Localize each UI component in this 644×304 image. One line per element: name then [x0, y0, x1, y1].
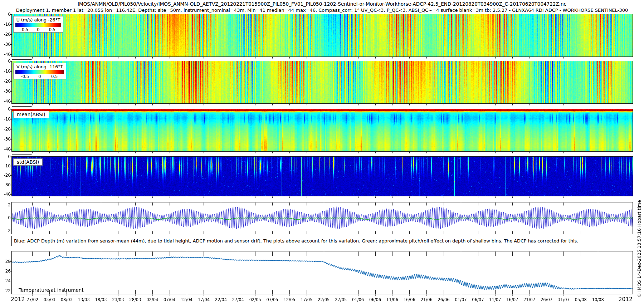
x-date-label: 06/06	[367, 297, 383, 302]
y-tick-label: -10	[0, 69, 11, 74]
y-tick-label: -30	[0, 182, 11, 187]
temperature-line-canvas	[12, 251, 633, 294]
panel-v-velocity-heatmap	[11, 61, 633, 104]
y-tick-label: -10	[0, 22, 11, 27]
y-tick-label: -30	[0, 89, 11, 94]
u-colorbar-title: U (m/s) along -26°T	[15, 17, 62, 23]
panel-temperature-line	[11, 251, 633, 294]
x-date-label: 18/03	[93, 297, 109, 302]
y-tick-label: 2	[0, 202, 11, 207]
y-tick-label: -20	[0, 79, 11, 84]
panel-std-absi-heatmap	[11, 156, 633, 196]
x-date-label: 07/05	[264, 297, 280, 302]
colorbar-tick-label: -0.5	[20, 27, 28, 32]
y-tick-label: -30	[0, 137, 11, 142]
x-date-label: 01/07	[453, 297, 469, 302]
y-tick-label: 0	[0, 12, 11, 17]
x-date-label: 31/07	[556, 297, 571, 302]
x-date-label: 16/07	[504, 297, 520, 302]
colorbar-tick-label: 0.5	[51, 74, 58, 79]
x-date-label: 07/04	[162, 297, 177, 302]
colorbar-tick-label: 0	[37, 27, 39, 32]
figure-subtitle: Deployment 1, member 1 lat=20.05S lon=11…	[0, 8, 644, 13]
y-tick-label: 0	[0, 59, 11, 64]
x-date-label: 12/05	[282, 297, 297, 302]
y-tick-label: -30	[0, 42, 11, 47]
y-tick-label: 28	[0, 259, 11, 264]
u-velocity-heatmap-canvas	[12, 14, 633, 57]
y-tick-label: 0	[0, 154, 11, 159]
x-date-label: 16/06	[401, 297, 417, 302]
x-date-label: 05/08	[573, 297, 589, 302]
figure-title: IMOS/ANMN/QLD/PIL050/Velocity/IMOS_ANMN-…	[0, 1, 644, 7]
imos-watermark: © IMOS 14-Dec-2025 13:57:16 Hobart time	[636, 176, 642, 298]
y-tick-label: 0	[0, 107, 11, 112]
y-tick-label: 0	[0, 215, 11, 220]
x-date-label: 28/03	[127, 297, 143, 302]
y-tick-label: -10	[0, 163, 11, 168]
std-absi-heatmap-canvas	[12, 157, 633, 196]
x-date-label: 27/02	[24, 297, 40, 302]
x-date-label: 22/04	[213, 297, 229, 302]
v-colorbar-title: V (m/s) along -116°T	[15, 64, 65, 69]
x-date-label: 17/04	[196, 297, 211, 302]
std-absi-label: std(ABSI)	[13, 158, 43, 166]
colorbar-tick-label: 0.5	[49, 27, 55, 32]
y-tick-label: 24	[0, 278, 11, 283]
x-date-label: 22/05	[316, 297, 332, 302]
x-axis-year-left: 2012	[11, 296, 25, 303]
y-tick-label: -40	[0, 52, 11, 57]
x-date-label: 26/07	[539, 297, 555, 302]
x-date-label: 01/06	[350, 297, 366, 302]
depth-variation-line-canvas	[12, 202, 633, 234]
u-colorbar-ticks: -0.500.5	[15, 27, 62, 32]
x-date-label: 06/07	[470, 297, 486, 302]
u-colorbar-legend: U (m/s) along -26°T -0.500.5	[13, 16, 63, 33]
y-tick-label: -20	[0, 127, 11, 132]
x-date-label: 12/04	[179, 297, 195, 302]
v-colorbar-ticks: -0.500.5	[15, 74, 65, 79]
x-date-label: 11/07	[487, 297, 503, 302]
panel-u-velocity-heatmap	[11, 14, 633, 57]
y-tick-label: -40	[0, 147, 11, 152]
x-date-label: 08/03	[59, 297, 74, 302]
x-date-label: 21/06	[419, 297, 434, 302]
temperature-at-instrument-label: Temperature at instrument	[19, 287, 84, 293]
y-tick-label: -20	[0, 32, 11, 37]
colorbar-tick-label: 0	[38, 74, 41, 79]
panel-depth-variation-line	[11, 202, 633, 234]
x-date-label: 10/08	[590, 297, 606, 302]
depth-variation-annotation: Blue: ADCP Depth (m) variation from sens…	[11, 236, 632, 246]
mean-absi-label: mean(ABSI)	[13, 111, 49, 118]
x-date-label: 17/05	[299, 297, 314, 302]
x-axis-year-right: 2012	[616, 296, 633, 303]
x-date-label: 27/04	[230, 297, 246, 302]
adcp-mooring-figure: IMOS/ANMN/QLD/PIL050/Velocity/IMOS_ANMN-…	[0, 0, 644, 304]
v-colorbar-gradient	[15, 70, 64, 74]
mean-absi-heatmap-canvas	[12, 109, 633, 151]
x-date-label: 13/03	[76, 297, 92, 302]
x-date-label: 02/04	[145, 297, 160, 302]
v-colorbar-legend: V (m/s) along -116°T -0.500.5	[13, 63, 66, 79]
x-date-label: 03/03	[42, 297, 57, 302]
x-date-label: 23/03	[110, 297, 126, 302]
y-tick-label: -40	[0, 192, 11, 197]
x-date-label: 27/05	[333, 297, 349, 302]
y-tick-label: -2	[0, 228, 11, 233]
x-date-label: 02/05	[247, 297, 263, 302]
u-colorbar-gradient	[15, 23, 61, 27]
y-tick-label: -20	[0, 173, 11, 178]
y-tick-label: -10	[0, 117, 11, 122]
y-tick-label: 26	[0, 269, 11, 274]
x-date-label: 21/07	[522, 297, 537, 302]
panel-mean-absi-heatmap	[11, 109, 633, 152]
y-tick-label: -40	[0, 99, 11, 104]
y-tick-label: 22	[0, 288, 11, 293]
colorbar-tick-label: -0.5	[21, 74, 29, 79]
x-date-label: 11/06	[384, 297, 400, 302]
v-velocity-heatmap-canvas	[12, 61, 633, 103]
x-date-label: 26/06	[436, 297, 452, 302]
